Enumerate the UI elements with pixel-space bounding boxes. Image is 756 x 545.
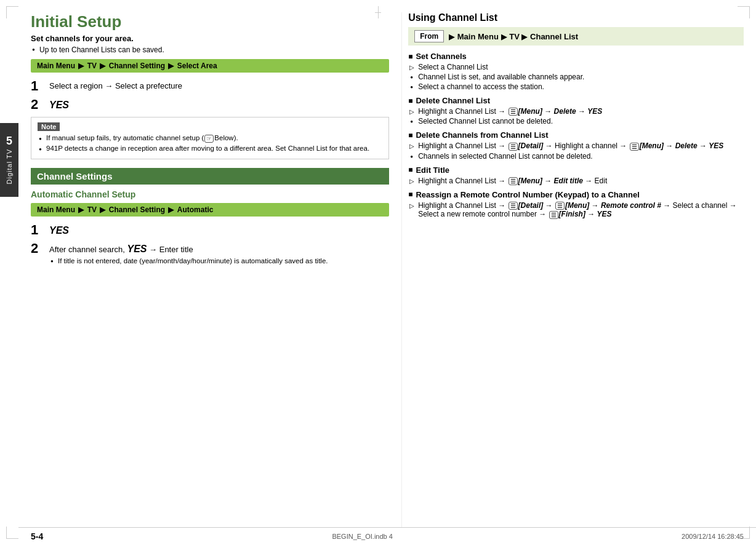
note-label: Note — [38, 122, 60, 131]
section-reassign: Reassign a Remote Control Number (Keypad… — [408, 190, 744, 219]
edit-title-item-1: Highlight a Channel List → ☰[Menu] → Edi… — [418, 177, 744, 185]
step-1-content: Select a region → Select a prefecture — [49, 81, 182, 90]
delete-channel-list-title: Delete Channel List — [408, 96, 744, 105]
delete-channels-title: Delete Channels from Channel List — [408, 130, 744, 140]
from-arrow: ▶ — [449, 32, 457, 41]
nav-bar-1: Main Menu ▶ TV ▶ Channel Setting ▶ Selec… — [31, 59, 389, 73]
nav2-arrow-3: ▶ — [168, 205, 175, 214]
note-2: 941P detects a change in reception area … — [46, 145, 382, 152]
page-number: 5-4 — [31, 531, 43, 541]
set-channels-item-3: Select a channel to access the station. — [418, 82, 744, 91]
two-column-layout: Initial Setup Set channels for your area… — [18, 0, 756, 527]
nav-bar-2: Main Menu ▶ TV ▶ Channel Setting ▶ Autom… — [31, 203, 389, 217]
step-2b-prefix: After channel search, — [49, 245, 127, 254]
step-1-text: Select a region → Select a prefecture — [49, 81, 182, 90]
note-box: Note If manual setup fails, try automati… — [31, 117, 389, 159]
section-set-channels: Set Channels Select a Channel List Chann… — [408, 52, 744, 91]
footer-left: BEGIN_E_OI.indb 4 — [332, 533, 392, 540]
nav-mainmenu: Main Menu — [37, 62, 75, 70]
from-arrow2: ▶ — [499, 32, 509, 41]
step-1b-content: YES — [49, 225, 69, 236]
section-edit-title: Edit Title Highlight a Channel List → ☰[… — [408, 165, 744, 185]
right-title: Using Channel List — [408, 12, 744, 23]
reassign-title: Reassign a Remote Control Number (Keypad… — [408, 190, 744, 199]
section-delete-channels: Delete Channels from Channel List Highli… — [408, 130, 744, 160]
channel-settings-header: Channel Settings — [31, 168, 389, 185]
corner-mark-tl — [6, 6, 18, 18]
nav-tv: TV — [87, 62, 97, 70]
menu-icon: ☰ — [509, 108, 518, 116]
note-1: If manual setup fails, try automatic cha… — [46, 134, 382, 142]
step-1: 1 Select a region → Select a prefecture — [31, 79, 389, 93]
chapter-number: 5 — [6, 135, 12, 146]
left-column: Initial Setup Set channels for your area… — [31, 12, 401, 527]
step-2-number: 2 — [31, 97, 46, 112]
delete-ch-item-2: Channels in selected Channel List cannot… — [418, 152, 744, 161]
menu-icon-4: ☰ — [555, 202, 565, 210]
step-1-number: 1 — [31, 79, 46, 93]
main-title: Initial Setup — [31, 12, 389, 31]
right-column: Using Channel List From ▶ Main Menu ▶ TV… — [401, 12, 744, 527]
corner-mark-bl — [6, 527, 18, 539]
nav-arrow-3: ▶ — [168, 62, 175, 70]
nav-select-area: Select Area — [177, 62, 217, 70]
from-arrow3: ▶ — [520, 32, 530, 41]
step-2b: 2 After channel search, YES → Enter titl… — [31, 241, 389, 269]
from-mainmenu: Main Menu — [457, 32, 499, 41]
below-icon: ☞ — [204, 135, 214, 143]
step-2: 2 YES — [31, 97, 389, 112]
footer: 5-4 BEGIN_E_OI.indb 4 2009/12/14 16:28:4… — [18, 527, 756, 545]
subtitle: Set channels for your area. — [31, 34, 389, 43]
delete-ch-item-1: Highlight a Channel List → ☰[Detail] → H… — [418, 141, 744, 150]
set-channels-title: Set Channels — [408, 52, 744, 61]
set-channels-item-1: Select a Channel List — [418, 63, 744, 71]
nav2-tv: TV — [87, 205, 97, 214]
chapter-tab: 5 Digital TV — [0, 123, 18, 197]
detail-icon-1: ☰ — [509, 143, 518, 151]
step-2b-yes: YES — [127, 244, 147, 254]
chapter-label: Digital TV — [6, 149, 13, 184]
section-delete-channel-list: Delete Channel List Highlight a Channel … — [408, 96, 744, 125]
finish-icon: ☰ — [549, 211, 558, 219]
nav-channel-setting: Channel Setting — [109, 62, 165, 70]
from-channellist: Channel List — [530, 32, 578, 41]
step-1b-number: 1 — [31, 223, 46, 237]
step-1b-yes: YES — [49, 225, 69, 236]
step-2-yes: YES — [49, 100, 69, 110]
nav-arrow-1: ▶ — [78, 62, 86, 70]
footer-right: 2009/12/14 16:28:45 — [682, 533, 744, 540]
delete-cl-item-1: Highlight a Channel List → ☰[Menu] → Del… — [418, 107, 744, 116]
page-content: Initial Setup Set channels for your area… — [18, 0, 756, 545]
menu-icon-3: ☰ — [509, 177, 518, 185]
step-2b-content: After channel search, YES → Enter title … — [49, 244, 328, 269]
menu-icon-2: ☰ — [630, 143, 639, 151]
from-tv: TV — [509, 32, 520, 41]
nav2-mainmenu: Main Menu — [37, 205, 75, 214]
delete-cl-item-2: Selected Channel List cannot be deleted. — [418, 117, 744, 125]
nav2-arrow-1: ▶ — [78, 205, 86, 214]
from-bar: From ▶ Main Menu ▶ TV ▶ Channel List — [408, 27, 744, 46]
step-2-content: YES — [49, 100, 69, 111]
step-2b-number: 2 — [31, 241, 46, 256]
set-channels-item-2: Channel List is set, and available chann… — [418, 73, 744, 81]
from-button: From — [414, 30, 444, 42]
reassign-item-1: Highlight a Channel List → ☰[Detail] → ☰… — [418, 201, 744, 219]
step-2b-bullet: If title is not entered, date (year/mont… — [58, 257, 328, 265]
step-2b-cont: → Enter title — [147, 245, 193, 254]
nav2-channel-setting: Channel Setting — [109, 205, 165, 214]
nav2-arrow-2: ▶ — [100, 205, 107, 214]
nav-arrow-2: ▶ — [100, 62, 107, 70]
nav2-automatic: Automatic — [177, 205, 214, 214]
detail-icon-2: ☰ — [509, 202, 518, 210]
edit-title-title: Edit Title — [408, 165, 744, 175]
intro-bullet: Up to ten Channel Lists can be saved. — [39, 46, 389, 54]
step-1b: 1 YES — [31, 223, 389, 237]
auto-setup-subtitle: Automatic Channel Setup — [31, 189, 389, 199]
